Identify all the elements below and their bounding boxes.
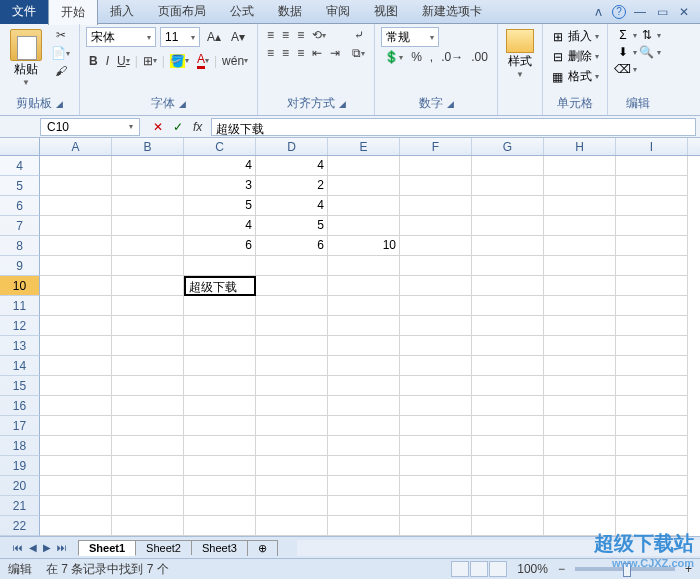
- cell-G4[interactable]: [472, 156, 544, 176]
- tab-review[interactable]: 审阅: [314, 0, 362, 24]
- cell-D17[interactable]: [256, 416, 328, 436]
- cell-I16[interactable]: [616, 396, 688, 416]
- column-header-D[interactable]: D: [256, 138, 328, 155]
- cell-C6[interactable]: 5: [184, 196, 256, 216]
- row-header-22[interactable]: 22: [0, 516, 40, 536]
- tab-insert[interactable]: 插入: [98, 0, 146, 24]
- cell-B6[interactable]: [112, 196, 184, 216]
- restore-icon[interactable]: ▭: [654, 4, 670, 20]
- cell-I9[interactable]: [616, 256, 688, 276]
- cell-G20[interactable]: [472, 476, 544, 496]
- row-header-6[interactable]: 6: [0, 196, 40, 216]
- cell-I10[interactable]: [616, 276, 688, 296]
- cell-D6[interactable]: 4: [256, 196, 328, 216]
- cell-F11[interactable]: [400, 296, 472, 316]
- cell-F12[interactable]: [400, 316, 472, 336]
- cell-G14[interactable]: [472, 356, 544, 376]
- cell-E22[interactable]: [328, 516, 400, 536]
- cell-D12[interactable]: [256, 316, 328, 336]
- cell-C18[interactable]: [184, 436, 256, 456]
- cell-C15[interactable]: [184, 376, 256, 396]
- cell-A13[interactable]: [40, 336, 112, 356]
- cell-C9[interactable]: [184, 256, 256, 276]
- cell-E15[interactable]: [328, 376, 400, 396]
- tab-home[interactable]: 开始: [48, 0, 98, 25]
- minimize-icon[interactable]: —: [632, 4, 648, 20]
- cell-G13[interactable]: [472, 336, 544, 356]
- align-expander-icon[interactable]: ◢: [339, 99, 346, 109]
- cell-I6[interactable]: [616, 196, 688, 216]
- cell-I22[interactable]: [616, 516, 688, 536]
- cell-B8[interactable]: [112, 236, 184, 256]
- cell-B19[interactable]: [112, 456, 184, 476]
- cell-I15[interactable]: [616, 376, 688, 396]
- zoom-slider[interactable]: [575, 567, 675, 571]
- number-format-select[interactable]: 常规▾: [381, 27, 439, 47]
- row-header-14[interactable]: 14: [0, 356, 40, 376]
- cell-B21[interactable]: [112, 496, 184, 516]
- font-color-button[interactable]: A▾: [194, 51, 212, 70]
- cell-D13[interactable]: [256, 336, 328, 356]
- column-header-A[interactable]: A: [40, 138, 112, 155]
- cell-C10[interactable]: 超级下载: [184, 276, 256, 296]
- cell-I5[interactable]: [616, 176, 688, 196]
- cell-A8[interactable]: [40, 236, 112, 256]
- cell-D4[interactable]: 4: [256, 156, 328, 176]
- cell-E19[interactable]: [328, 456, 400, 476]
- cell-E7[interactable]: [328, 216, 400, 236]
- row-header-15[interactable]: 15: [0, 376, 40, 396]
- cell-E14[interactable]: [328, 356, 400, 376]
- cell-F8[interactable]: [400, 236, 472, 256]
- tab-formulas[interactable]: 公式: [218, 0, 266, 24]
- cell-A4[interactable]: [40, 156, 112, 176]
- tab-view[interactable]: 视图: [362, 0, 410, 24]
- cell-I17[interactable]: [616, 416, 688, 436]
- cell-F10[interactable]: [400, 276, 472, 296]
- cell-F4[interactable]: [400, 156, 472, 176]
- cell-B12[interactable]: [112, 316, 184, 336]
- increase-decimal-button[interactable]: .0→: [438, 49, 466, 65]
- cell-G18[interactable]: [472, 436, 544, 456]
- cell-H15[interactable]: [544, 376, 616, 396]
- select-all-corner[interactable]: [0, 138, 40, 155]
- column-header-I[interactable]: I: [616, 138, 688, 155]
- align-left-button[interactable]: ≡: [264, 45, 277, 61]
- cell-A5[interactable]: [40, 176, 112, 196]
- minimize-ribbon-icon[interactable]: ʌ: [590, 4, 606, 20]
- cell-F18[interactable]: [400, 436, 472, 456]
- cell-F6[interactable]: [400, 196, 472, 216]
- cell-F5[interactable]: [400, 176, 472, 196]
- italic-button[interactable]: I: [103, 53, 112, 69]
- cell-E6[interactable]: [328, 196, 400, 216]
- align-center-button[interactable]: ≡: [279, 45, 292, 61]
- cell-B22[interactable]: [112, 516, 184, 536]
- cell-E16[interactable]: [328, 396, 400, 416]
- name-box[interactable]: C10▾: [40, 118, 140, 136]
- cell-H17[interactable]: [544, 416, 616, 436]
- zoom-out-button[interactable]: −: [558, 562, 565, 576]
- row-header-5[interactable]: 5: [0, 176, 40, 196]
- cell-A12[interactable]: [40, 316, 112, 336]
- cell-B13[interactable]: [112, 336, 184, 356]
- row-header-4[interactable]: 4: [0, 156, 40, 176]
- cell-F22[interactable]: [400, 516, 472, 536]
- cell-H20[interactable]: [544, 476, 616, 496]
- cell-G9[interactable]: [472, 256, 544, 276]
- cell-H5[interactable]: [544, 176, 616, 196]
- cell-F15[interactable]: [400, 376, 472, 396]
- cell-G15[interactable]: [472, 376, 544, 396]
- cell-D22[interactable]: [256, 516, 328, 536]
- cell-A15[interactable]: [40, 376, 112, 396]
- zoom-level[interactable]: 100%: [517, 562, 548, 576]
- cell-A16[interactable]: [40, 396, 112, 416]
- row-header-7[interactable]: 7: [0, 216, 40, 236]
- sheet-nav-next[interactable]: ▶: [40, 542, 54, 553]
- sheet-nav-first[interactable]: ⏮: [10, 542, 26, 553]
- cell-D21[interactable]: [256, 496, 328, 516]
- column-header-G[interactable]: G: [472, 138, 544, 155]
- row-header-21[interactable]: 21: [0, 496, 40, 516]
- comma-button[interactable]: ,: [427, 49, 436, 65]
- format-painter-button[interactable]: 🖌: [48, 63, 73, 79]
- cell-I11[interactable]: [616, 296, 688, 316]
- sheet-tab-3[interactable]: Sheet3: [191, 540, 248, 555]
